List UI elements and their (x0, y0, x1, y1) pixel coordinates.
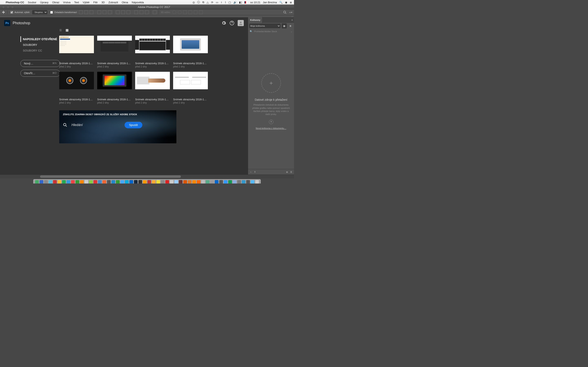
volume-icon[interactable]: 🔊 (233, 1, 237, 4)
new-document-button[interactable]: Nový… ⌘N (20, 60, 60, 67)
library-grid-view-icon[interactable]: ▦ (282, 24, 287, 28)
recent-file-card[interactable]: Snímek obrazovky 2016-11-03…před 2 dny (97, 36, 132, 68)
dock-app-icon[interactable] (138, 180, 142, 184)
dock-app-icon[interactable] (71, 180, 75, 184)
auto-select-checkbox[interactable]: Automat. výběr: (9, 10, 30, 14)
transform-controls-checkbox[interactable]: Ovladače transformací (49, 10, 77, 14)
wifi-icon[interactable]: ⌇ (225, 1, 226, 4)
auto-align-icon[interactable] (153, 10, 156, 14)
move-tool-icon[interactable] (2, 10, 5, 14)
stock-search-input[interactable] (71, 123, 121, 127)
library-search-chevron-icon[interactable]: ⌄ (291, 30, 292, 33)
dock-app-icon[interactable] (219, 180, 223, 184)
spotlight-icon[interactable]: 🔍 (279, 1, 283, 4)
distribute-right-icon[interactable] (145, 10, 149, 14)
dock-app-icon[interactable] (156, 180, 160, 184)
library-select[interactable]: Moje knihovna (249, 24, 281, 28)
close-window-button[interactable] (2, 6, 5, 8)
list-view-icon[interactable]: ≣ (59, 28, 62, 32)
grid-view-icon[interactable]: ▦ (66, 28, 69, 32)
user-avatar[interactable] (238, 20, 244, 26)
dock-app-icon[interactable] (206, 180, 209, 184)
menu-vyber[interactable]: Výběr (83, 1, 90, 4)
dock-app-icon[interactable] (116, 180, 120, 184)
dock-app-icon[interactable] (255, 180, 259, 184)
dock-app-icon[interactable] (85, 180, 88, 184)
dock-app-icon[interactable] (98, 180, 102, 184)
battery-icon[interactable]: ▮▯ (239, 1, 242, 4)
menu-soubor[interactable]: Soubor (28, 1, 36, 4)
dock-app-icon[interactable] (197, 180, 200, 184)
new-library-from-document-link[interactable]: Nová knihovna z dokumentu… (256, 127, 286, 129)
panel-menu-icon[interactable]: ≡ (290, 19, 294, 21)
add-asset-icon[interactable]: ＋ (250, 170, 252, 174)
dock-app-icon[interactable] (152, 180, 156, 184)
library-add-dropzone[interactable]: ＋ (261, 73, 281, 93)
distribute-vcenter-icon[interactable] (121, 10, 125, 14)
dock-app-icon[interactable] (201, 180, 205, 184)
distribute-hcenter-icon[interactable] (140, 10, 143, 14)
dock-app-icon[interactable] (53, 180, 57, 184)
input-source-flag-icon[interactable] (244, 1, 248, 3)
recent-file-card[interactable]: Snímek obrazovky 2016-11-03…před 2 dny (59, 72, 94, 104)
cc-icon[interactable]: ◎ (192, 1, 195, 4)
menu-filtr[interactable]: Filtr (93, 1, 98, 4)
recent-file-card[interactable]: Snímek obrazovky 2016-11-03…před 2 dny (135, 72, 170, 104)
align-left-icon[interactable] (97, 10, 101, 14)
align-hcenter-icon[interactable] (103, 10, 106, 14)
preview-asset-icon[interactable]: ◉ (286, 171, 288, 173)
dock-app-icon[interactable] (67, 180, 70, 184)
roll-3d-icon[interactable] (178, 10, 182, 14)
dock-app-icon[interactable] (242, 180, 245, 184)
keychain-icon[interactable]: ⓘ (197, 0, 200, 4)
stock-go-button[interactable]: Spustit (125, 122, 142, 128)
scrollbar-thumb[interactable] (40, 175, 181, 178)
dock-app-icon[interactable] (49, 180, 52, 184)
dock-app-icon[interactable] (147, 180, 151, 184)
pan-3d-icon[interactable] (183, 10, 187, 14)
dock-app-icon[interactable] (112, 180, 115, 184)
delete-asset-icon[interactable]: 🗑 (290, 171, 292, 173)
recent-file-card[interactable]: Snímek obrazovky 2016-11-03…před 2 dny (97, 72, 132, 104)
dock-app-icon[interactable] (40, 180, 43, 184)
recent-files-area[interactable]: ≣ ▦ MAR✿GOLD— — — — —— — — — —— — — — ——… (59, 28, 244, 173)
align-right-icon[interactable] (108, 10, 112, 14)
dropbox-icon[interactable]: ⧉ (202, 1, 204, 4)
library-search-input[interactable] (254, 30, 289, 33)
menu-text[interactable]: Text (74, 1, 79, 4)
orbit-3d-icon[interactable] (173, 10, 176, 14)
dock-app-icon[interactable] (170, 180, 173, 184)
notification-center-icon[interactable]: ≣ (290, 1, 292, 4)
start-settings-button[interactable] (221, 21, 226, 25)
menu-napoveda[interactable]: Nápověda (132, 1, 144, 4)
search-icon[interactable] (283, 10, 287, 14)
dock-app-icon[interactable] (237, 180, 241, 184)
dock-app-icon[interactable] (233, 180, 236, 184)
workspace-switcher-icon[interactable]: ▭▾ (289, 11, 292, 14)
libraries-tab[interactable]: Knihovny (248, 17, 263, 23)
siri-icon[interactable]: ◉ (285, 1, 287, 4)
dock-app-icon[interactable] (76, 180, 79, 184)
dock-app-icon[interactable] (165, 180, 169, 184)
recent-file-card[interactable]: Snímek obrazovky 2016-11-03…před 2 dny (173, 72, 208, 104)
dock-app-icon[interactable] (246, 180, 250, 184)
align-top-icon[interactable] (79, 10, 83, 14)
open-document-button[interactable]: Otevřít… ⌘O (20, 70, 60, 77)
align-vcenter-icon[interactable] (84, 10, 88, 14)
library-list-view-icon[interactable]: ≣ (288, 24, 293, 28)
dock-app-icon[interactable] (161, 180, 164, 184)
menu-3d[interactable]: 3D (102, 1, 105, 4)
horizontal-scrollbar[interactable] (0, 175, 294, 178)
zoom-window-button[interactable] (11, 6, 14, 8)
dock-app-icon[interactable] (228, 180, 232, 184)
menu-obraz[interactable]: Obraz (52, 1, 59, 4)
dock-app-icon[interactable] (188, 180, 191, 184)
dock-app-icon[interactable] (80, 180, 84, 184)
start-help-button[interactable] (229, 21, 234, 25)
dock-app-icon[interactable] (35, 180, 39, 184)
distribute-top-icon[interactable] (116, 10, 120, 14)
menu-okna[interactable]: Okna (122, 1, 128, 4)
dock-app-icon[interactable] (44, 180, 48, 184)
airplay-icon[interactable]: ▢ (228, 1, 231, 4)
timemachine-icon[interactable]: ⟳ (211, 1, 213, 4)
